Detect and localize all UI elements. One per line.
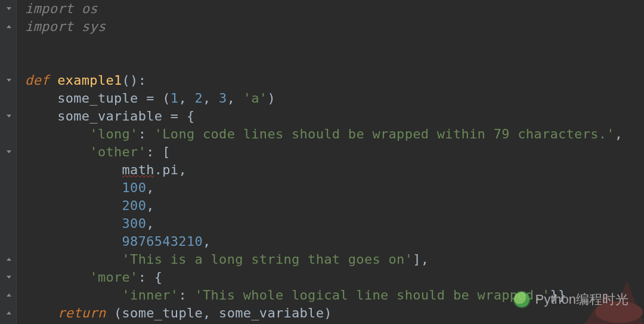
code-token: some_tuple	[25, 91, 146, 106]
code-line[interactable]: return (some_tuple, some_variable)	[25, 304, 623, 322]
code-token: 100	[122, 180, 147, 195]
code-token: 'This whole logical line should be wrapp…	[194, 288, 550, 303]
code-token	[25, 306, 57, 320]
code-token: 1	[171, 91, 179, 106]
code-editor[interactable]: import osimport sysdef example1(): some_…	[0, 0, 644, 324]
code-token: : {	[138, 270, 163, 285]
code-token: math	[122, 162, 154, 177]
code-token: = (	[146, 91, 171, 106]
code-token: ,	[178, 91, 194, 106]
code-token	[25, 144, 89, 159]
code-line[interactable]: import sys	[25, 18, 623, 36]
code-line[interactable]: 'inner': 'This whole logical line should…	[25, 286, 623, 304]
code-token: def	[25, 73, 57, 88]
code-token: {	[187, 109, 195, 124]
code-token	[25, 252, 122, 267]
fold-marker[interactable]	[6, 24, 12, 30]
fold-marker[interactable]	[6, 292, 12, 298]
code-token: 200	[122, 198, 147, 213]
code-line[interactable]: 300,	[25, 215, 623, 233]
code-token: ,	[203, 91, 219, 106]
code-token: ,	[615, 126, 623, 141]
code-token: some_variable)	[219, 306, 332, 320]
code-token	[25, 234, 122, 249]
code-line[interactable]: 9876543210,	[25, 233, 623, 251]
code-token: 'more'	[89, 270, 138, 285]
code-token: 'Long code lines should be wrapped withi…	[154, 126, 615, 141]
code-token: :	[138, 126, 154, 141]
code-token: ,	[146, 198, 154, 213]
code-token: example1	[57, 73, 122, 88]
code-token: ],	[413, 252, 429, 267]
code-token	[25, 162, 122, 177]
code-token: ():	[122, 73, 147, 88]
code-token: ,	[203, 306, 219, 320]
code-line[interactable]: some_variable = {	[25, 107, 623, 125]
code-token: ,	[146, 180, 154, 195]
fold-marker[interactable]	[6, 310, 12, 316]
code-line[interactable]: import os	[25, 0, 623, 18]
code-line[interactable]: math.pi,	[25, 161, 623, 179]
code-token: ,	[146, 216, 154, 231]
code-line[interactable]: def example1():	[25, 72, 623, 90]
code-token: some_variable	[25, 109, 171, 124]
code-token	[25, 198, 122, 213]
code-line[interactable]	[25, 36, 623, 54]
code-token	[25, 288, 122, 303]
code-line[interactable]	[25, 54, 623, 72]
code-token: ,	[203, 234, 211, 249]
code-line[interactable]: 'other': [	[25, 143, 623, 161]
code-token: return	[57, 306, 114, 320]
code-token: ,	[178, 162, 187, 177]
fold-marker[interactable]	[6, 274, 12, 280]
code-token	[25, 180, 122, 195]
folding-gutter[interactable]	[0, 0, 17, 324]
code-token: import	[25, 19, 82, 34]
fold-marker[interactable]	[6, 257, 12, 263]
code-line[interactable]: 'more': {	[25, 269, 623, 286]
code-token: 'other'	[89, 144, 146, 159]
code-token: .pi	[154, 162, 179, 177]
code-token: (some_tuple	[114, 306, 203, 320]
code-token: }}	[550, 288, 566, 303]
code-token: sys	[82, 19, 106, 34]
code-line[interactable]: 200,	[25, 197, 623, 215]
code-token: import	[25, 1, 82, 16]
code-line[interactable]: 100,	[25, 179, 623, 197]
code-token: ,	[227, 91, 243, 106]
code-token: os	[82, 1, 98, 16]
code-token: : [	[146, 144, 171, 159]
code-token: )	[267, 91, 275, 106]
code-token	[25, 216, 122, 231]
fold-marker[interactable]	[6, 78, 12, 84]
code-token	[25, 126, 89, 141]
code-line[interactable]: 'This is a long string that goes on'],	[25, 251, 623, 269]
code-token: 'This is a long string that goes on'	[122, 252, 413, 267]
code-token: 9876543210	[122, 234, 203, 249]
fold-marker[interactable]	[6, 6, 12, 12]
code-token: =	[171, 109, 187, 124]
code-token: 2	[194, 91, 203, 106]
code-token: 'inner'	[122, 288, 179, 303]
code-line[interactable]: 'long': 'Long code lines should be wrapp…	[25, 125, 623, 143]
code-token: 300	[122, 216, 147, 231]
code-line[interactable]: some_tuple = (1, 2, 3, 'a')	[25, 90, 623, 107]
code-token	[25, 270, 89, 285]
code-token: :	[178, 288, 194, 303]
fold-marker[interactable]	[6, 113, 12, 119]
code-token: 3	[219, 91, 227, 106]
code-token: 'long'	[89, 126, 138, 141]
fold-marker[interactable]	[6, 149, 12, 155]
code-area[interactable]: import osimport sysdef example1(): some_…	[17, 0, 623, 324]
code-token: 'a'	[243, 91, 268, 106]
